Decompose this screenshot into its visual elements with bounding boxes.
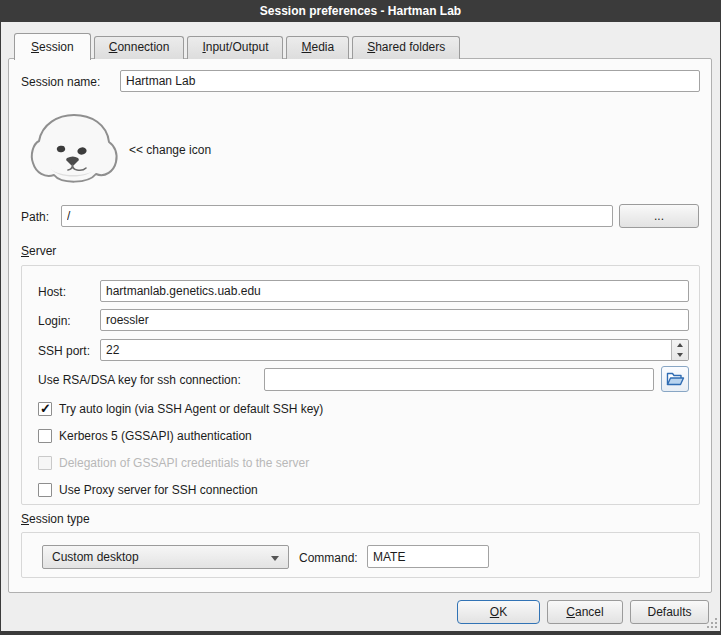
server-group-label: Server bbox=[21, 244, 56, 258]
tab-media[interactable]: Media bbox=[286, 36, 349, 59]
seal-icon bbox=[32, 115, 117, 182]
tab-input-output[interactable]: Input/Output bbox=[187, 36, 283, 59]
rsa-key-input[interactable] bbox=[264, 368, 654, 391]
tab-session[interactable]: Session bbox=[14, 33, 91, 60]
spin-down-button[interactable] bbox=[672, 350, 688, 360]
checkbox-gssapi-delegation: Delegation of GSSAPI credentials to the … bbox=[38, 455, 309, 471]
command-label: Command: bbox=[299, 551, 358, 565]
checkbox-try-auto-login[interactable]: Try auto login (via SSH Agent or default… bbox=[38, 401, 323, 417]
tab-shared-folders[interactable]: Shared folders bbox=[352, 36, 460, 59]
checkbox-label: Kerberos 5 (GSSAPI) authentication bbox=[59, 429, 252, 443]
session-type-group-label: Session type bbox=[21, 512, 90, 526]
checkbox-label: Try auto login (via SSH Agent or default… bbox=[59, 402, 323, 416]
cancel-button[interactable]: Cancel bbox=[547, 600, 623, 624]
checkbox-box[interactable] bbox=[38, 429, 52, 443]
browse-key-button[interactable] bbox=[661, 366, 689, 392]
spin-buttons bbox=[671, 340, 688, 360]
server-group: Host: Login: SSH port: Use RSA/DSA key f… bbox=[21, 265, 700, 505]
checkbox-box[interactable] bbox=[38, 483, 52, 497]
checkbox-label: Use Proxy server for SSH connection bbox=[59, 483, 258, 497]
checkbox-box[interactable] bbox=[38, 402, 52, 416]
checkbox-label: Delegation of GSSAPI credentials to the … bbox=[59, 456, 309, 470]
tab-page-session: Session name: << change icon Path: ... bbox=[8, 58, 712, 593]
arrow-down-icon bbox=[677, 353, 683, 357]
path-input[interactable] bbox=[61, 205, 613, 227]
dialog-body: Session name: << change icon Path: ... bbox=[1, 22, 720, 631]
login-label: Login: bbox=[38, 314, 71, 328]
checkbox-kerberos[interactable]: Kerberos 5 (GSSAPI) authentication bbox=[38, 428, 252, 444]
session-type-selected-value: Custom desktop bbox=[52, 550, 139, 564]
change-icon-hint: << change icon bbox=[129, 143, 211, 157]
session-preferences-dialog: Session preferences - Hartman Lab Sessio… bbox=[0, 0, 721, 635]
folder-open-icon bbox=[666, 371, 685, 387]
host-input[interactable] bbox=[100, 280, 689, 302]
command-input[interactable] bbox=[367, 545, 489, 568]
session-name-input[interactable] bbox=[120, 70, 700, 92]
tab-connection[interactable]: Connection bbox=[94, 36, 185, 59]
ssh-port-label: SSH port: bbox=[38, 344, 90, 358]
checkbox-box bbox=[38, 456, 52, 470]
rsa-key-label: Use RSA/DSA key for ssh connection: bbox=[38, 373, 241, 387]
session-name-label: Session name: bbox=[21, 75, 100, 89]
session-icon[interactable] bbox=[29, 111, 119, 190]
ok-button[interactable]: OK bbox=[457, 600, 540, 624]
window-title: Session preferences - Hartman Lab bbox=[260, 4, 461, 18]
chevron-down-icon bbox=[271, 556, 279, 561]
tab-bar: Session Connection Input/Output Media Sh… bbox=[14, 33, 463, 59]
ssh-port-spinbox bbox=[100, 339, 689, 361]
session-type-group: Custom desktop Command: bbox=[21, 532, 700, 578]
arrow-up-icon bbox=[677, 343, 683, 347]
session-type-select[interactable]: Custom desktop bbox=[42, 545, 289, 569]
path-label: Path: bbox=[21, 210, 49, 224]
resize-grip[interactable] bbox=[706, 617, 718, 629]
defaults-button[interactable]: Defaults bbox=[630, 600, 709, 624]
host-label: Host: bbox=[38, 285, 66, 299]
checkbox-proxy-server[interactable]: Use Proxy server for SSH connection bbox=[38, 482, 258, 498]
window-titlebar[interactable]: Session preferences - Hartman Lab bbox=[0, 0, 721, 22]
browse-path-button[interactable]: ... bbox=[619, 204, 699, 228]
spin-up-button[interactable] bbox=[672, 340, 688, 350]
login-input[interactable] bbox=[100, 309, 689, 331]
ssh-port-input[interactable] bbox=[100, 339, 689, 361]
